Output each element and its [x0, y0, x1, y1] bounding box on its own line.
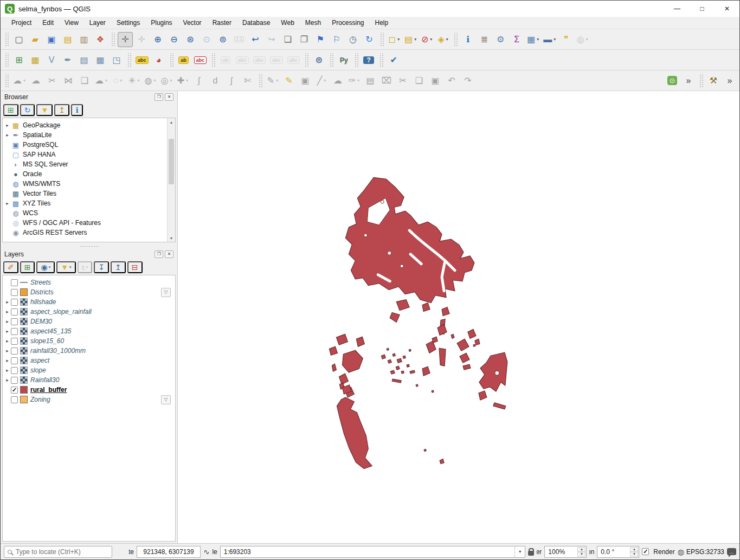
zoom-in-button[interactable]: ⊕ [150, 32, 165, 47]
measure-button[interactable]: ▬ [542, 32, 557, 47]
layer-item-aspect[interactable]: ▸ aspect [4, 356, 175, 365]
render-toggle[interactable]: ✓ Render [642, 548, 674, 556]
layer-item-aspect45-135[interactable]: ▸ aspect45_135 [4, 326, 175, 336]
browser-item-geopackage[interactable]: ▸ ▦ GeoPackage [4, 120, 175, 130]
new-spatial-bookmark-button[interactable]: ⚑ [313, 32, 328, 47]
zoom-to-layer-button[interactable]: ⊚ [215, 32, 230, 47]
expander-icon[interactable]: ▸ [4, 123, 11, 128]
fill-ring-button[interactable]: ✳ [126, 73, 141, 88]
show-hide-labels-button[interactable]: ab [218, 53, 233, 68]
menu-processing[interactable]: Processing [326, 17, 369, 28]
layer-visibility-checkbox[interactable] [11, 328, 18, 335]
identify-features-button[interactable]: ℹ [460, 32, 475, 47]
scroll-thumb[interactable] [169, 139, 174, 184]
menu-vector[interactable]: Vector [178, 17, 207, 28]
layer-filter-indicator-icon[interactable]: ▽ [161, 395, 171, 404]
digitize-shape-button[interactable]: ◌ [110, 73, 125, 88]
merge-features-button[interactable]: ⋈ [61, 73, 76, 88]
layers-float-button[interactable]: ❐ [155, 250, 163, 258]
toolbar-overflow-right[interactable]: » [722, 73, 737, 88]
new-geopackage-layer-button[interactable]: ▦ [28, 53, 43, 68]
processing-toolbox-button[interactable]: ⚙ [493, 32, 508, 47]
browser-item-oracle[interactable]: ● Oracle [4, 169, 175, 179]
crs-status[interactable]: ◍ EPSG:32733 [678, 548, 724, 556]
add-part-button[interactable]: ◎ [159, 73, 174, 88]
layer-item-rural-buffer[interactable]: ✓ rural_buffer [4, 385, 175, 395]
new-map-view-button[interactable]: ❏ [280, 32, 295, 47]
layer-item-dem30[interactable]: ▸ DEM30 [4, 317, 175, 326]
layer-visibility-checkbox[interactable] [11, 377, 18, 384]
manage-map-themes-button[interactable]: ◉ [36, 261, 55, 273]
plugin-tools-button[interactable]: ⚒ [706, 73, 721, 88]
style-manager-button[interactable]: ❖ [93, 32, 108, 47]
layer-item-rainfall30-1000mm[interactable]: ▸ rainfall30_1000mm [4, 346, 175, 356]
select-by-location-button[interactable]: ◈ [435, 32, 451, 47]
scale-dropdown-icon[interactable]: ▾ [514, 546, 525, 557]
expander-icon[interactable]: ▸ [4, 132, 11, 138]
layer-item-rainfall30[interactable]: ▸ Rainfall30 [4, 375, 175, 385]
layer-item-hillshade[interactable]: ▸ hillshade [4, 297, 175, 307]
new-virtual-layer-button[interactable]: ◳ [109, 53, 124, 68]
remove-layer-button[interactable]: ⊟ [127, 261, 143, 273]
layer-item-aspect-slope-rainfall[interactable]: ▸ aspect_slope_rainfall [4, 307, 175, 317]
browser-add-selected-layers-button[interactable]: ⊞ [3, 104, 18, 116]
show-unplaced-labels-button[interactable]: abc [234, 53, 250, 68]
layer-item-districts[interactable]: Districts ▽ [4, 287, 175, 297]
layer-visibility-checkbox[interactable] [11, 396, 18, 403]
zoom-native-button[interactable]: 1:1 [231, 32, 247, 47]
render-checkbox[interactable]: ✓ [642, 548, 649, 555]
select-features-by-value-button[interactable]: ▤ [403, 32, 418, 47]
layers-close-button[interactable]: ✕ [165, 250, 173, 258]
menu-view[interactable]: View [59, 17, 84, 28]
new-mesh-layer-button[interactable]: ▦ [93, 53, 108, 68]
current-edits-button[interactable]: ✎ [265, 73, 280, 88]
rotate-label-button[interactable]: abc [268, 53, 285, 68]
layout-manager-button[interactable]: ▥ [76, 32, 92, 47]
run-feature-action-button[interactable]: ◎ [575, 32, 590, 47]
spin-down-icon[interactable]: ▼ [630, 552, 638, 557]
browser-collapse-all-button[interactable]: ↥ [54, 104, 69, 116]
paste-features-button[interactable]: ▣ [428, 73, 443, 88]
refresh-map-button[interactable]: ↻ [362, 32, 377, 47]
python-console-button[interactable]: Py [336, 53, 351, 68]
new-print-layout-button[interactable]: ▤ [60, 32, 75, 47]
filter-legend-button[interactable]: ▼ [56, 261, 75, 273]
menu-project[interactable]: Project [6, 17, 37, 28]
toolbar-overflow-left[interactable]: » [681, 73, 696, 88]
modify-attributes-button[interactable]: ▤ [363, 73, 378, 88]
densify-button[interactable]: d [208, 73, 223, 88]
undo-button[interactable]: ↶ [444, 73, 459, 88]
browser-item-xyz-tiles[interactable]: ▸ ▩ XYZ Tiles [4, 198, 175, 208]
menu-raster[interactable]: Raster [207, 17, 237, 28]
layer-visibility-checkbox[interactable] [11, 338, 18, 345]
expander-icon[interactable]: ▸ [4, 377, 11, 383]
layer-visibility-checkbox[interactable] [11, 308, 18, 316]
browser-filter-button[interactable]: ▼ [36, 104, 53, 116]
magnifier-spinner[interactable]: 100% ▲▼ [544, 546, 587, 558]
help-contents-button[interactable]: ? [361, 53, 376, 68]
field-calculator-button[interactable]: ≣ [477, 32, 492, 47]
plugin-search-button[interactable]: ⊙ [665, 73, 680, 88]
move-features-button[interactable]: ☁ [28, 73, 43, 88]
expander-icon[interactable]: ▸ [4, 319, 11, 324]
spin-up-icon[interactable]: ▲ [630, 547, 638, 552]
layer-visibility-checkbox[interactable] [11, 279, 18, 286]
layer-visibility-checkbox[interactable] [11, 299, 18, 306]
copy-features-button[interactable]: ❑ [411, 73, 427, 88]
spin-up-icon[interactable]: ▲ [577, 547, 585, 552]
locate-box[interactable] [4, 546, 112, 558]
browser-item-wcs[interactable]: ◍ WCS [4, 208, 175, 218]
layer-visibility-checkbox[interactable]: ✓ [11, 387, 18, 394]
expander-icon[interactable]: ▸ [4, 348, 11, 353]
layer-visibility-checkbox[interactable] [11, 318, 18, 325]
coordinate-box[interactable]: 921348, 6307139 [137, 546, 201, 558]
zoom-to-selection-button[interactable]: ⊙ [199, 32, 214, 47]
close-button[interactable]: ✕ [715, 1, 739, 17]
open-layer-styling-button[interactable]: ✐ [3, 261, 18, 273]
delete-selected-button[interactable]: ⌧ [379, 73, 394, 88]
map-tips-button[interactable]: ❞ [558, 32, 574, 47]
layer-visibility-checkbox[interactable] [11, 347, 18, 355]
layer-item-slope15-60[interactable]: ▸ slope15_60 [4, 336, 175, 346]
scroll-up-icon[interactable]: ▲ [168, 118, 175, 126]
browser-item-ms-sql-server[interactable]: ◗ MS SQL Server [4, 159, 175, 169]
